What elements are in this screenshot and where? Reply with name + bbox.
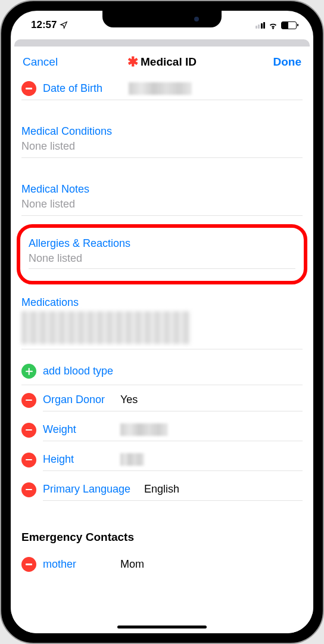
modal-header: Cancel ✱ Medical ID Done [11, 47, 313, 78]
battery-icon [281, 21, 297, 29]
height-value[interactable]: 5 7 [120, 453, 144, 466]
notes-field[interactable]: Medical Notes None listed [21, 175, 303, 216]
phone-frame: 12:57 Cancel ✱ Medical ID Done [0, 0, 324, 644]
modal-title: ✱ Medical ID [127, 54, 197, 70]
organ-donor-label: Organ Donor [43, 394, 120, 406]
medical-id-modal: Cancel ✱ Medical ID Done Date of Birth M… [11, 47, 313, 633]
weight-value[interactable]: 150 lb [120, 423, 168, 436]
modal-title-text: Medical ID [141, 55, 197, 69]
language-value[interactable]: English [144, 483, 179, 496]
allergies-field[interactable]: Allergies & Reactions None listed [29, 237, 295, 269]
remove-icon[interactable] [21, 393, 36, 408]
blood-type-row[interactable]: add blood type [21, 358, 303, 385]
notes-value[interactable]: None listed [21, 198, 303, 210]
blood-type-label: add blood type [43, 365, 113, 377]
home-indicator[interactable] [117, 626, 207, 628]
height-label: Height [43, 453, 120, 466]
dob-label: Date of Birth [43, 82, 129, 95]
allergies-highlight: Allergies & Reactions None listed [17, 224, 307, 284]
cancel-button[interactable]: Cancel [23, 55, 58, 69]
organ-donor-value[interactable]: Yes [120, 394, 138, 406]
dob-value[interactable]: Mar 23, 1984 [129, 82, 192, 95]
weight-row[interactable]: Weight 150 lb [21, 415, 303, 445]
medications-value[interactable] [21, 311, 190, 344]
height-row[interactable]: Height 5 7 [21, 445, 303, 475]
location-arrow-icon [60, 21, 68, 29]
language-row[interactable]: Primary Language English [21, 475, 303, 504]
conditions-label: Medical Conditions [21, 125, 303, 138]
remove-icon[interactable] [21, 81, 36, 96]
medical-star-icon: ✱ [127, 54, 138, 70]
conditions-value[interactable]: None listed [21, 140, 303, 153]
allergies-label: Allergies & Reactions [29, 237, 295, 250]
signal-icon [256, 22, 266, 29]
emergency-contact-row[interactable]: mother Mom [21, 550, 303, 579]
organ-donor-row[interactable]: Organ Donor Yes [21, 385, 303, 415]
allergies-value[interactable]: None listed [29, 252, 295, 265]
emergency-contacts-header: Emergency Contacts [21, 521, 303, 550]
language-label: Primary Language [43, 483, 144, 496]
conditions-field[interactable]: Medical Conditions None listed [21, 117, 303, 158]
background-card [14, 39, 310, 47]
notch [102, 11, 222, 27]
remove-icon[interactable] [21, 482, 36, 497]
contact-relation: mother [43, 558, 120, 571]
medications-field[interactable]: Medications [21, 288, 303, 349]
status-time: 12:57 [31, 19, 57, 31]
content-scroll[interactable]: Date of Birth Mar 23, 1984 Medical Condi… [11, 78, 313, 633]
remove-icon[interactable] [21, 453, 36, 467]
screen: 12:57 Cancel ✱ Medical ID Done [11, 11, 313, 633]
wifi-icon [268, 21, 278, 29]
contact-name[interactable]: Mom [120, 558, 144, 571]
medications-label: Medications [21, 296, 303, 309]
done-button[interactable]: Done [273, 55, 302, 69]
remove-icon[interactable] [21, 423, 36, 438]
add-icon[interactable] [21, 364, 36, 379]
remove-icon[interactable] [21, 557, 36, 572]
weight-label: Weight [43, 423, 120, 436]
notes-label: Medical Notes [21, 183, 303, 196]
dob-row[interactable]: Date of Birth Mar 23, 1984 [21, 78, 303, 100]
